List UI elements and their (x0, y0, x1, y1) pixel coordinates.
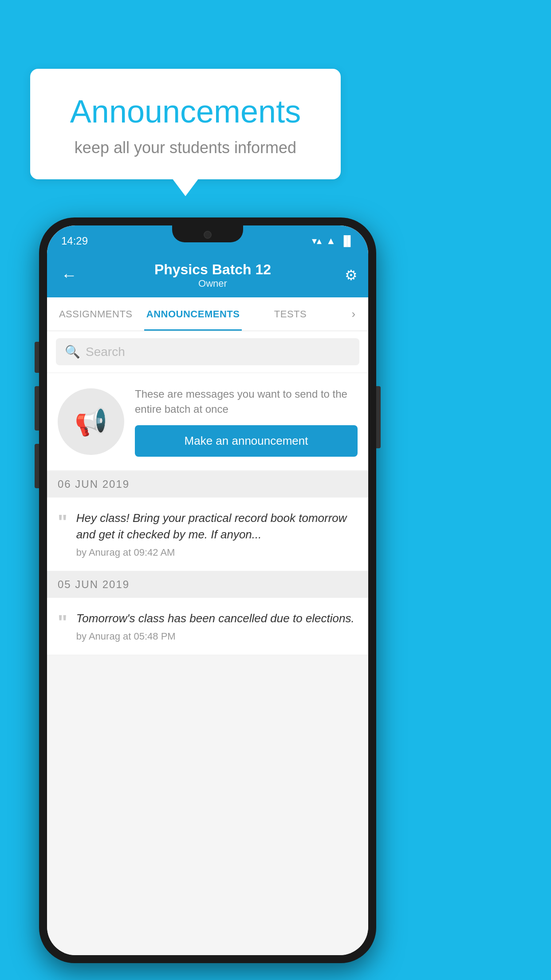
phone-notch (172, 225, 243, 242)
wifi-icon: ▾▴ (312, 235, 322, 247)
top-bar-subtitle: Owner (81, 278, 345, 289)
announcement-description: These are messages you want to send to t… (135, 387, 358, 416)
phone-screen-inner: 14:29 ▾▴ ▲ ▐▌ ← Physics Batch 12 Owner ⚙ (47, 225, 368, 955)
message-text-2: Tomorrow's class has been cancelled due … (76, 610, 358, 626)
search-placeholder: Search (86, 345, 125, 359)
settings-button[interactable]: ⚙ (345, 267, 358, 284)
message-text-1: Hey class! Bring your practical record b… (76, 510, 358, 542)
date-text-1: 06 JUN 2019 (58, 478, 130, 490)
tab-tests[interactable]: TESTS (242, 297, 339, 331)
announcement-icon-circle: 📢 (58, 388, 124, 455)
tab-more[interactable]: › (339, 297, 368, 331)
quote-icon-1: " (58, 512, 67, 558)
search-input[interactable]: 🔍 Search (56, 338, 359, 365)
front-camera (204, 231, 212, 239)
battery-icon: ▐▌ (340, 235, 354, 247)
tab-bar: ASSIGNMENTS ANNOUNCEMENTS TESTS › (47, 297, 368, 331)
date-separator-1: 06 JUN 2019 (47, 471, 368, 498)
date-text-2: 05 JUN 2019 (58, 578, 130, 591)
date-separator-2: 05 JUN 2019 (47, 571, 368, 598)
message-item-2[interactable]: " Tomorrow's class has been cancelled du… (47, 598, 368, 655)
bubble-subtitle: keep all your students informed (57, 138, 314, 157)
megaphone-icon: 📢 (75, 406, 108, 438)
phone-mockup: 14:29 ▾▴ ▲ ▐▌ ← Physics Batch 12 Owner ⚙ (39, 217, 376, 963)
tab-announcements[interactable]: ANNOUNCEMENTS (144, 297, 241, 331)
make-announcement-button[interactable]: Make an announcement (135, 425, 358, 457)
phone-button-volume-down[interactable] (35, 444, 39, 488)
message-author-1: by Anurag at 09:42 AM (76, 547, 358, 558)
app-top-bar: ← Physics Batch 12 Owner ⚙ (47, 253, 368, 297)
phone-screen: 14:29 ▾▴ ▲ ▐▌ ← Physics Batch 12 Owner ⚙ (47, 225, 368, 955)
content-area: 🔍 Search 📢 These are messages you want t… (47, 331, 368, 955)
top-bar-title-group: Physics Batch 12 Owner (81, 261, 345, 289)
speech-bubble: Announcements keep all your students inf… (30, 69, 341, 179)
message-author-2: by Anurag at 05:48 PM (76, 631, 358, 642)
search-container: 🔍 Search (47, 331, 368, 372)
phone-button-volume-up[interactable] (35, 386, 39, 431)
top-bar-title: Physics Batch 12 (81, 261, 345, 278)
phone-button-power[interactable] (376, 386, 381, 448)
back-button[interactable]: ← (58, 262, 81, 288)
signal-icon: ▲ (326, 235, 336, 247)
status-time: 14:29 (61, 235, 88, 247)
announcement-right-panel: These are messages you want to send to t… (135, 387, 358, 457)
message-content-2: Tomorrow's class has been cancelled due … (76, 610, 358, 642)
message-content-1: Hey class! Bring your practical record b… (76, 510, 358, 558)
message-item-1[interactable]: " Hey class! Bring your practical record… (47, 498, 368, 571)
bubble-title: Announcements (57, 93, 314, 130)
status-icons: ▾▴ ▲ ▐▌ (312, 235, 354, 247)
tab-assignments[interactable]: ASSIGNMENTS (47, 297, 144, 331)
announcement-empty-state: 📢 These are messages you want to send to… (47, 373, 368, 470)
quote-icon-2: " (58, 612, 67, 642)
speech-bubble-container: Announcements keep all your students inf… (30, 69, 341, 179)
search-icon: 🔍 (65, 344, 80, 359)
phone-button-volume-indicator (35, 342, 39, 373)
